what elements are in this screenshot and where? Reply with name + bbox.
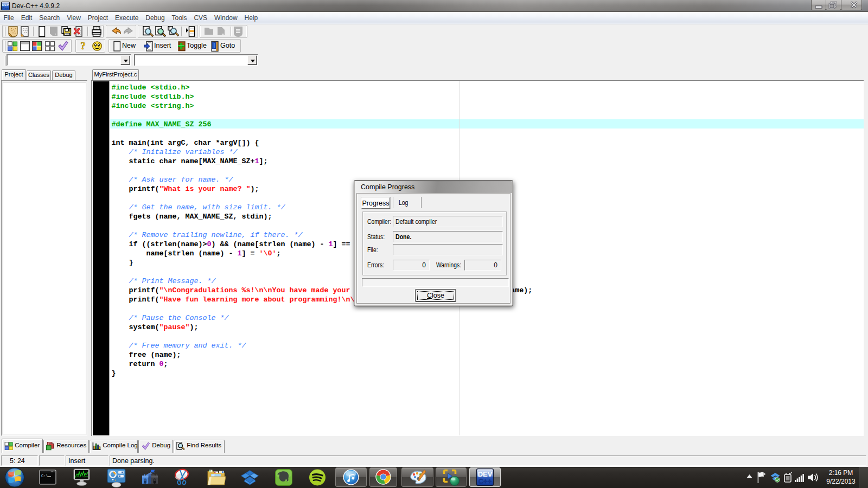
svg-text:C++: C++ <box>2 7 9 10</box>
svg-text:C:\: C:\ <box>41 474 48 478</box>
svg-text:?: ? <box>80 41 86 52</box>
svg-text:DEV: DEV <box>2 3 9 7</box>
svg-text:C++: C++ <box>478 477 492 485</box>
